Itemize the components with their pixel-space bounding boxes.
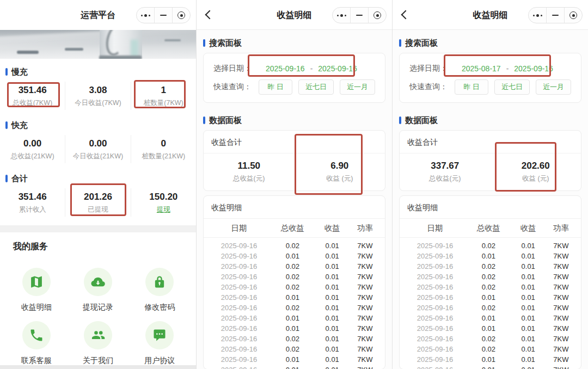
table-cell: 7KW	[546, 252, 577, 260]
table-cell: 2025-09-16	[208, 252, 270, 260]
stat-value: 1	[131, 84, 196, 96]
table-cell: 7KW	[546, 345, 577, 353]
more-button[interactable]	[333, 8, 350, 23]
more-button[interactable]	[529, 8, 546, 23]
stat-value: 202.60	[491, 160, 581, 172]
date-separator: -	[310, 64, 313, 73]
table-cell: 0.01	[511, 335, 546, 343]
table-row: 2025-09-160.020.017KW	[208, 272, 381, 282]
table-cell: 0.02	[466, 304, 511, 312]
quick-button-yesterday[interactable]: 昨 日	[259, 79, 292, 95]
service-change-password[interactable]: 修改密码	[129, 268, 191, 311]
table-cell: 0.01	[315, 262, 350, 270]
table-cell: 0.01	[315, 335, 350, 343]
stat-value: 11.50	[204, 160, 295, 172]
column-header-income: 收益	[511, 223, 546, 233]
income-summary-card: 收益合计 337.67 总收益(元) 202.60 收益 (元)	[399, 130, 581, 191]
table-cell: 0.01	[315, 366, 350, 369]
table-row: 2025-09-160.010.017KW	[208, 354, 381, 365]
target-icon	[177, 11, 185, 19]
quick-button-last-7-days[interactable]: 近七日	[494, 79, 530, 95]
quick-buttons: 昨 日 近七日 近一月	[449, 79, 571, 95]
stat-withdrawable: 150.20 提现	[131, 188, 196, 217]
income-table-body: 2025-09-160.020.017KW2025-09-160.010.017…	[204, 238, 385, 369]
section-bar-icon	[399, 116, 401, 124]
column-header-power: 功率	[546, 223, 577, 233]
service-user-agreement[interactable]: 用户协议	[129, 321, 191, 365]
stat-pile-count-21kw: 0 桩数量(21KW)	[131, 135, 196, 163]
date-end[interactable]: 2025-09-16	[318, 64, 357, 73]
table-cell: 0.01	[511, 293, 546, 302]
section-title: 搜索面板	[405, 38, 438, 48]
table-cell: 2025-09-16	[208, 293, 270, 302]
close-button[interactable]	[172, 8, 190, 23]
table-cell: 0.01	[466, 324, 511, 333]
table-cell: 7KW	[546, 293, 577, 302]
stat-value: 150.20	[131, 191, 196, 203]
service-income-detail[interactable]: 收益明细	[5, 268, 67, 311]
section-header: 合计	[0, 173, 196, 184]
table-cell: 0.01	[270, 355, 315, 364]
column-header-income: 收益	[315, 223, 350, 233]
quick-button-last-7-days[interactable]: 近七日	[298, 79, 334, 95]
quick-button-yesterday[interactable]: 昨 日	[455, 79, 488, 95]
table-row: 2025-09-160.020.017KW	[208, 282, 381, 292]
table-cell: 0.01	[511, 252, 546, 260]
table-row: 2025-09-160.020.017KW	[208, 303, 381, 313]
table-cell: 2025-09-16	[208, 314, 270, 322]
table-cell: 0.01	[270, 252, 315, 260]
table-cell: 7KW	[350, 314, 381, 322]
service-withdraw-record[interactable]: 提现记录	[67, 268, 128, 311]
more-button[interactable]	[137, 8, 154, 23]
panel-income-detail-day: 收益明细 搜索面板 选择日期：	[196, 0, 392, 369]
table-cell: 0.01	[315, 293, 350, 302]
table-cell: 2025-09-16	[208, 242, 270, 250]
close-button[interactable]	[368, 8, 386, 23]
column-header-total-income: 总收益	[270, 223, 315, 233]
table-cell: 7KW	[350, 283, 381, 291]
table-cell: 0.01	[315, 324, 350, 333]
table-row: 2025-09-160.020.017KW	[208, 261, 381, 272]
my-services-card: 我的服务 收益明细 提现记录	[0, 232, 196, 369]
data-panel-header: 数据面板	[393, 115, 588, 126]
table-cell: 0.01	[511, 355, 546, 364]
data-panel-header: 数据面板	[197, 115, 392, 126]
table-cell: 0.01	[511, 262, 546, 270]
income-summary-card: 收益合计 11.50 总收益(元) 6.90 收益 (元)	[203, 130, 385, 191]
date-range-picker[interactable]: 2025-08-17 - 2025-09-16	[454, 64, 553, 73]
date-range-picker[interactable]: 2025-09-16 - 2025-09-16	[258, 64, 357, 73]
table-cell: 0.01	[315, 252, 350, 260]
minimize-button[interactable]	[546, 8, 564, 23]
date-start[interactable]: 2025-08-17	[462, 64, 501, 73]
table-cell: 7KW	[546, 262, 577, 270]
minimize-button[interactable]	[154, 8, 172, 23]
stat-row: 351.46 总收益(7KW) 3.08 今日收益(7KW) 1 桩数量(7KW…	[0, 82, 196, 110]
table-row: 2025-09-160.010.017KW	[404, 292, 577, 303]
service-contact-support[interactable]: 联系客服	[5, 321, 67, 365]
table-cell: 0.01	[466, 366, 511, 369]
table-cell: 2025-09-16	[404, 273, 466, 281]
navbar: 收益明细	[393, 0, 588, 30]
quick-button-last-month[interactable]: 近一月	[536, 79, 571, 95]
minimize-icon	[356, 15, 363, 16]
table-cell: 0.02	[270, 335, 315, 343]
target-icon	[373, 11, 381, 19]
more-icon	[141, 14, 150, 17]
date-start[interactable]: 2025-09-16	[266, 64, 305, 73]
stat-cumulative-income: 351.46 累计收入	[0, 188, 65, 217]
close-button[interactable]	[564, 8, 582, 23]
table-title: 收益明细	[204, 196, 385, 219]
minimize-button[interactable]	[350, 8, 368, 23]
withdraw-link[interactable]: 提现	[131, 205, 196, 214]
quick-query-row: 快速查询： 昨 日 近七日 近一月	[409, 80, 571, 94]
search-card: 选择日期： 2025-09-16 - 2025-09-16 快速查询： 昨 日 …	[203, 53, 385, 103]
service-about-us[interactable]: 关于我们	[67, 321, 128, 365]
table-cell: 0.01	[315, 283, 350, 291]
section-title: 合计	[11, 174, 28, 184]
date-end[interactable]: 2025-09-16	[514, 64, 553, 73]
table-cell: 0.01	[466, 293, 511, 302]
quick-button-last-month[interactable]: 近一月	[340, 79, 375, 95]
table-cell: 0.02	[270, 242, 315, 250]
table-cell: 0.01	[315, 314, 350, 322]
table-cell: 0.01	[511, 345, 546, 353]
